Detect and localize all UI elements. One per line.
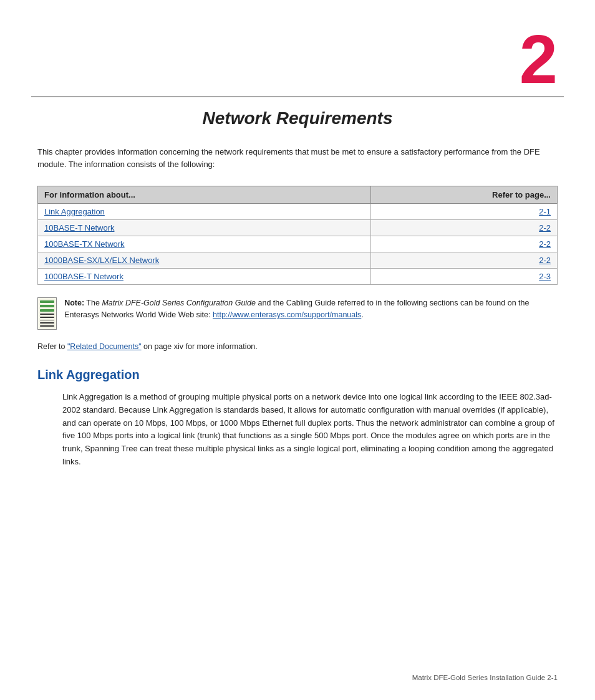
note-icon-line-dark <box>40 314 54 315</box>
body-paragraph: Link Aggregation is a method of grouping… <box>62 391 558 469</box>
note-icon-line-dark <box>40 325 54 327</box>
chapter-title-area: Network Requirements <box>0 108 595 128</box>
note-text: Note: The Matrix DFE-Gold Series Configu… <box>64 297 558 321</box>
toc-header-col2: Refer to page... <box>371 186 558 204</box>
table-row: 10BASE-T Network2-2 <box>38 220 558 236</box>
section-heading: Link Aggregation <box>37 368 558 382</box>
toc-topic[interactable]: Link Aggregation <box>38 204 371 220</box>
note-label: Note: <box>64 299 84 307</box>
note-text-before: The <box>84 299 102 307</box>
note-text-after: . <box>361 310 363 319</box>
refer-text-after: on page xiv for more information. <box>142 342 258 351</box>
toc-topic[interactable]: 1000BASE-T Network <box>38 269 371 285</box>
table-row: 1000BASE-T Network2-3 <box>38 269 558 285</box>
toc-page[interactable]: 2-1 <box>371 204 558 220</box>
note-icon-line <box>40 309 54 312</box>
note-icon <box>37 297 57 330</box>
toc-table: For information about... Refer to page..… <box>37 186 558 285</box>
footer-text: Matrix DFE-Gold Series Installation Guid… <box>412 674 558 681</box>
note-icon-line <box>40 300 54 303</box>
refer-line: Refer to "Related Documents" on page xiv… <box>37 341 558 353</box>
chapter-number-area: 2 <box>0 0 595 93</box>
note-italic-text: Matrix DFE-Gold Series Configuration Gui… <box>102 299 256 307</box>
toc-page[interactable]: 2-2 <box>371 252 558 269</box>
table-row: Link Aggregation2-1 <box>38 204 558 220</box>
page-footer: Matrix DFE-Gold Series Installation Guid… <box>412 674 558 681</box>
toc-page[interactable]: 2-3 <box>371 269 558 285</box>
toc-topic[interactable]: 1000BASE-SX/LX/ELX Network <box>38 252 371 269</box>
note-icon-line-dark <box>40 320 54 321</box>
chapter-rule <box>31 96 564 97</box>
toc-page[interactable]: 2-2 <box>371 220 558 236</box>
note-link[interactable]: http://www.enterasys.com/support/manuals <box>213 310 361 319</box>
refer-link[interactable]: "Related Documents" <box>67 342 142 351</box>
table-row: 1000BASE-SX/LX/ELX Network2-2 <box>38 252 558 269</box>
toc-header-col1: For information about... <box>38 186 371 204</box>
toc-topic[interactable]: 10BASE-T Network <box>38 220 371 236</box>
refer-text-before: Refer to <box>37 342 67 351</box>
toc-page[interactable]: 2-2 <box>371 236 558 252</box>
note-icon-line-dark <box>40 317 54 318</box>
toc-topic[interactable]: 100BASE-TX Network <box>38 236 371 252</box>
table-row: 100BASE-TX Network2-2 <box>38 236 558 252</box>
intro-paragraph: This chapter provides information concer… <box>37 146 558 171</box>
chapter-number: 2 <box>520 25 558 93</box>
page-container: 2 Network Requirements This chapter prov… <box>0 0 595 700</box>
note-icon-line <box>40 305 54 307</box>
note-box: Note: The Matrix DFE-Gold Series Configu… <box>37 297 558 330</box>
note-icon-line-dark <box>40 322 54 324</box>
chapter-title: Network Requirements <box>203 108 393 128</box>
